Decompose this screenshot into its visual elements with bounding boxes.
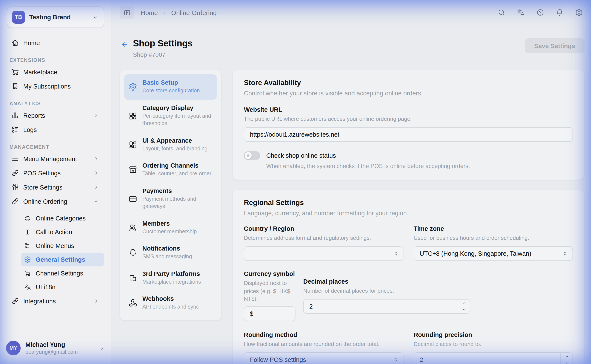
sidebar-item-reports[interactable]: Reports [7, 108, 104, 123]
brand-initials: TB [15, 14, 22, 20]
chevron-down-icon [92, 14, 99, 20]
gear-icon [129, 83, 137, 91]
sidebar-item-home[interactable]: Home [7, 36, 104, 50]
sidebar-item-online-categories[interactable]: Online Categories [21, 211, 104, 225]
decimal-places-value: 2 [309, 303, 313, 310]
decimal-places-label: Decimal places [303, 278, 470, 285]
timezone-select[interactable]: UTC+8 (Hong Kong, Singapore, Taiwan) [414, 247, 573, 261]
settings-nav-item-ui-appearance[interactable]: UI & Appearance Layout, fonts, and brand… [124, 132, 217, 157]
webhook-icon [129, 299, 137, 307]
online-status-toggle[interactable] [244, 151, 260, 160]
card-title: Store Availability [244, 79, 573, 87]
user-initials: MY [9, 345, 17, 351]
translate-icon [24, 284, 31, 291]
chevron-right-icon [93, 113, 99, 118]
gear-icon[interactable] [575, 9, 583, 16]
brand-avatar: TB [12, 11, 25, 24]
breadcrumb-home[interactable]: Home [141, 9, 158, 16]
sidebar-item-online-ordering[interactable]: Online Ordering [7, 194, 104, 208]
chevron-right-icon [93, 170, 99, 176]
settings-nav-item-payments[interactable]: Payments Payment methods and gateways [124, 182, 217, 215]
sidebar-item-store-settings[interactable]: Store Settings [7, 180, 104, 194]
country-label: Country / Region [244, 225, 403, 232]
settings-nav-item-3rd-party-platforms[interactable]: 3rd Party Platforms Marketplace integrat… [124, 265, 217, 291]
app: TB Testing Brand Home EXTENSIONS Marketp… [0, 0, 591, 364]
user-name: Michael Yung [25, 341, 95, 348]
timezone-label: Time zone [414, 225, 573, 232]
storefront-icon [129, 166, 137, 174]
brand-switcher[interactable]: TB Testing Brand [7, 6, 104, 28]
list-icon [24, 242, 31, 249]
card-description: Language, currency, and number formattin… [244, 210, 573, 217]
sidebar-item-integrations[interactable]: Integrations [7, 294, 104, 308]
sidebar-collapse-button[interactable] [120, 6, 134, 19]
menu-icon [11, 155, 19, 163]
rounding-precision-input[interactable]: 2 [414, 352, 573, 364]
bell-icon[interactable] [556, 9, 564, 16]
website-url-input[interactable] [244, 127, 573, 142]
online-status-label: Check shop online status [266, 152, 336, 159]
page-title: Shop Settings [133, 38, 193, 49]
rounding-method-value: Follow POS settings [250, 356, 306, 363]
settings-nav-item-ordering-channels[interactable]: Ordering Channels Table, counter, and pr… [124, 157, 217, 182]
search-icon[interactable] [498, 9, 505, 16]
timezone-help: Used for business hours and order schedu… [414, 234, 573, 242]
users-icon [129, 223, 137, 232]
sidebar-item-my-subscriptions[interactable]: My Subscriptions [7, 79, 104, 93]
translate-icon[interactable] [517, 9, 525, 16]
stepper-up-button[interactable] [458, 299, 470, 306]
store-availability-card: Store Availability Control whether your … [232, 70, 584, 180]
stepper-down-button[interactable] [561, 360, 572, 364]
country-select[interactable] [244, 247, 403, 261]
decimal-places-input[interactable]: 2 [303, 299, 470, 314]
sidebar-item-online-menus[interactable]: Online Menus [21, 239, 104, 253]
sidebar-item-menu-management[interactable]: Menu Management [7, 152, 104, 166]
sidebar-item-logs[interactable]: Logs [7, 123, 104, 137]
home-icon [11, 39, 19, 47]
cart-icon [11, 68, 19, 76]
settings-nav-item-notifications[interactable]: Notifications SMS and messaging [124, 240, 217, 265]
currency-label: Currency symbol [244, 271, 295, 277]
sidebar-item-ui-i18n[interactable]: UI i18n [21, 280, 104, 294]
chevron-right-icon [93, 298, 99, 304]
sidebar-item-call-to-action[interactable]: Call to Action [21, 225, 104, 239]
link-icon [11, 197, 19, 205]
layout-icon [129, 141, 137, 149]
save-settings-button[interactable]: Save Settings [525, 38, 584, 53]
rounding-method-select[interactable]: Follow POS settings [244, 352, 403, 364]
currency-input[interactable] [244, 306, 295, 321]
country-help: Determines address format and regulatory… [244, 234, 403, 242]
sidebar-section-extensions: EXTENSIONS [7, 56, 104, 65]
back-arrow-icon[interactable] [121, 41, 128, 48]
cart-icon [24, 270, 31, 277]
sidebar-item-channel-settings[interactable]: Channel Settings [21, 266, 104, 280]
online-status-help: When enabled, the system checks if the P… [266, 163, 573, 169]
settings-nav-item-webhooks[interactable]: Webhooks API endpoints and sync [124, 291, 217, 316]
brand-name: Testing Brand [29, 14, 88, 21]
credit-card-icon [129, 195, 137, 203]
rounding-precision-value: 2 [420, 356, 423, 363]
avatar: MY [6, 341, 21, 355]
receipt-icon [11, 82, 19, 90]
help-icon[interactable] [536, 9, 544, 16]
card-title: Regional Settings [244, 199, 573, 207]
panel-collapse-icon [123, 9, 131, 16]
sidebar-item-general-settings[interactable]: General Settings [21, 253, 104, 266]
settings-nav-item-members[interactable]: Members Customer membership [124, 215, 217, 240]
link-icon [11, 169, 19, 177]
stepper-up-button[interactable] [561, 353, 572, 360]
user-menu[interactable]: MY Michael Yung bearyung@gmail.com [0, 335, 111, 364]
breadcrumb-current: Online Ordering [171, 9, 217, 16]
settings-nav-item-basic-setup[interactable]: Basic Setup Core store configuration [124, 74, 217, 99]
sidebar-item-marketplace[interactable]: Marketplace [7, 65, 104, 79]
sidebar-nav: Home EXTENSIONS Marketplace My Subscript… [0, 28, 111, 335]
list-icon [11, 125, 19, 134]
card-description: Control whether your store is visible an… [244, 90, 573, 97]
chevron-up-icon [462, 301, 466, 305]
website-url-help: The public URL where customers access yo… [244, 115, 573, 123]
settings-nav: Basic Setup Core store configuration Cat… [120, 70, 221, 320]
sidebar-item-pos-settings[interactable]: POS Settings [7, 166, 104, 180]
link-icon [11, 297, 19, 305]
settings-nav-item-category-display[interactable]: Category Display Per-category item layou… [124, 99, 217, 132]
stepper-down-button[interactable] [458, 306, 470, 313]
